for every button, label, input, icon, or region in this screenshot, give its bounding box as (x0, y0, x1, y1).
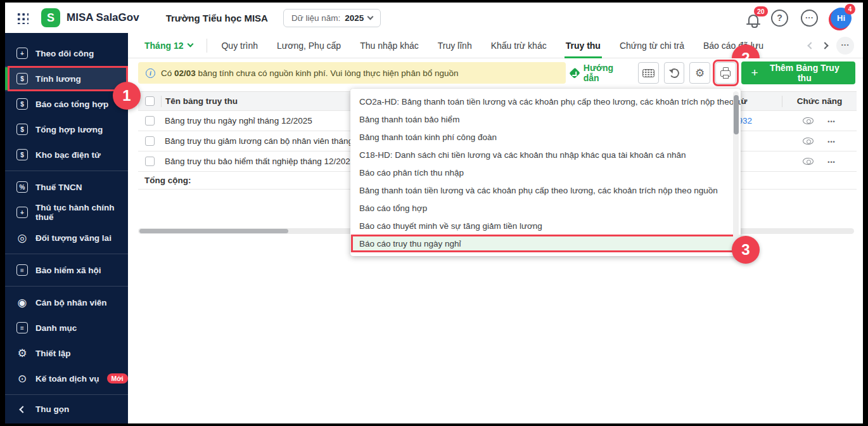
misa-logo: S (41, 8, 60, 27)
more-options-button[interactable] (801, 10, 818, 27)
sidebar: Theo dõi công Tính lương Báo cáo tổng hợ… (5, 33, 128, 423)
dropdown-item[interactable]: CO2a-HD: Bảng thanh toán tiền lương và c… (350, 93, 741, 110)
notification-count-badge: 20 (754, 6, 768, 16)
organization-name: Trường Tiểu học MISA (166, 13, 268, 23)
row-more-icon[interactable] (827, 116, 835, 126)
tab-label: Truy lĩnh (438, 41, 472, 51)
sidebar-item[interactable]: Thuế TNCN (5, 174, 128, 200)
tab[interactable]: Truy thu (566, 33, 601, 58)
toolbar: Có 02/03 bảng tính chưa có nguồn kinh ph… (128, 58, 863, 87)
tab-label: Truy thu (566, 41, 601, 51)
sidebar-item[interactable]: Kế toán dịch vụ Mới (5, 366, 128, 391)
warning-banner: Có 02/03 bảng tính chưa có nguồn kinh ph… (138, 62, 566, 84)
app-title: MISA SalaGov (67, 11, 139, 24)
sidebar-item-label: Theo dõi công (35, 49, 94, 58)
sidebar-item[interactable]: Tính lương (5, 66, 128, 91)
app-grid-icon[interactable] (16, 12, 29, 24)
horizontal-scrollbar-thumb[interactable] (139, 229, 288, 233)
sidebar-item[interactable]: Theo dõi công (5, 41, 128, 66)
notifications-button[interactable]: 20 (748, 12, 758, 23)
vertical-divider (207, 39, 207, 53)
dropdown-scrollbar-thumb[interactable] (734, 95, 739, 134)
settings-icon (16, 347, 28, 359)
refresh-button[interactable] (664, 62, 685, 84)
tabs: Quy trình Lương, Phụ cấp Thu nhập khác T… (221, 33, 763, 58)
sidebar-collapse-button[interactable]: Thu gọn (5, 394, 128, 423)
dropdown-item[interactable]: C18-HD: Danh sách chi tiền lương và các … (350, 146, 741, 164)
sidebar-item-label: Kho bạc điện tử (35, 150, 101, 160)
sidebar-item[interactable]: Cán bộ nhân viên (5, 290, 128, 315)
tab[interactable]: Quy trình (221, 33, 258, 58)
tab[interactable]: Truy lĩnh (438, 33, 472, 58)
dropdown-item[interactable]: Báo cáo phân tích thu nhập (350, 164, 741, 181)
sidebar-item-label: Bảo hiểm xã hội (35, 266, 101, 275)
sidebar-item-label: Đối tượng vãng lai (35, 233, 112, 243)
top-header: S MISA SalaGov Trường Tiểu học MISA Dữ l… (5, 3, 863, 33)
select-all-checkbox[interactable] (145, 96, 155, 106)
tab[interactable]: Chứng từ chi trả (620, 33, 684, 58)
dropdown-item[interactable]: Bảng thanh toán bảo hiểm (350, 110, 741, 128)
view-icon[interactable] (803, 138, 814, 145)
dropdown-item[interactable]: Bảng thanh toán kinh phí công đoàn (350, 128, 741, 146)
category-icon (16, 322, 28, 333)
sidebar-item-label: Tổng hợp lương (35, 125, 103, 134)
salary-icon (16, 73, 28, 84)
sidebar-item-label: Thủ tục hành chính thuế (35, 203, 128, 222)
dropdown-item[interactable]: Bảng thanh toán tiền lương và các khoản … (350, 181, 741, 199)
keyboard-shortcuts-button[interactable] (638, 62, 659, 84)
tabs-next-icon[interactable] (821, 42, 828, 49)
sidebar-item-label: Báo cáo tổng hợp (35, 100, 108, 109)
tabs-prev-icon[interactable] (807, 42, 814, 49)
print-button[interactable] (715, 62, 736, 84)
row-more-icon[interactable] (827, 136, 835, 146)
guide-link[interactable]: Hướng dẫn (571, 63, 629, 83)
dropdown-item[interactable]: Báo cáo truy thu ngày nghỉ (350, 235, 741, 252)
tab[interactable]: Thu nhập khác (360, 33, 419, 58)
year-select-label: Dữ liệu năm: (291, 13, 340, 23)
sidebar-item[interactable]: Thiết lập (5, 340, 128, 366)
dropdown-list: CO2a-HD: Bảng thanh toán tiền lương và c… (350, 93, 741, 252)
guide-icon (570, 67, 581, 79)
view-icon[interactable] (803, 117, 814, 124)
dropdown-item[interactable]: Báo cáo thuyết minh về sự tăng giảm tiền… (350, 217, 741, 235)
row-checkbox[interactable] (145, 116, 155, 126)
sidebar-item[interactable]: Đối tượng vãng lai (5, 225, 128, 250)
insurance-icon (16, 264, 28, 276)
app-window: S MISA SalaGov Trường Tiểu học MISA Dữ l… (5, 3, 863, 423)
user-avatar[interactable]: Hi 4 (831, 8, 852, 29)
sidebar-item-label: Danh mục (35, 323, 77, 333)
help-button[interactable] (771, 10, 788, 27)
sidebar-item[interactable]: Danh mục (5, 315, 128, 340)
view-icon[interactable] (803, 158, 814, 165)
add-truythu-button[interactable]: Thêm Bảng Truy thu (741, 61, 856, 84)
info-icon (146, 68, 155, 78)
sidebar-item-label: Thiết lập (35, 349, 71, 358)
sidebar-item[interactable]: Thủ tục hành chính thuế (5, 200, 128, 225)
sidebar-item[interactable]: Kho bạc điện tử (5, 142, 128, 167)
tab[interactable]: Khấu trừ khác (491, 33, 547, 58)
dropdown-scrollbar[interactable] (733, 91, 739, 254)
sidebar-item[interactable]: Bảo hiểm xã hội (5, 257, 128, 283)
keyboard-icon (642, 69, 654, 77)
tab[interactable]: Lương, Phụ cấp (277, 33, 341, 58)
treasury-icon (16, 149, 28, 160)
row-checkbox[interactable] (145, 157, 155, 166)
row-more-icon[interactable] (827, 157, 835, 166)
data-year-select[interactable]: Dữ liệu năm: 2025 (283, 9, 381, 27)
tabs-overflow-button[interactable] (836, 37, 854, 55)
annotation-step-1: 1 (113, 82, 141, 110)
sidebar-item[interactable]: Tổng hợp lương (5, 117, 128, 142)
sidebar-item[interactable]: Báo cáo tổng hợp (5, 91, 128, 117)
sidebar-item-label: Kế toán dịch vụ (35, 374, 99, 384)
sidebar-item-label: Tính lương (35, 74, 81, 84)
tab-label: Khấu trừ khác (491, 41, 547, 51)
settings-button[interactable] (689, 62, 710, 84)
refresh-icon (668, 67, 679, 78)
month-selector[interactable]: Tháng 12 (144, 41, 193, 51)
dropdown-item[interactable]: Báo cáo tổng hợp (350, 199, 741, 217)
tab-label: Thu nhập khác (360, 41, 419, 51)
tab-label: Quy trình (221, 41, 258, 51)
row-checkbox[interactable] (145, 136, 155, 146)
sidebar-item-label: Cán bộ nhân viên (35, 298, 107, 307)
chevron-down-icon (188, 41, 194, 48)
